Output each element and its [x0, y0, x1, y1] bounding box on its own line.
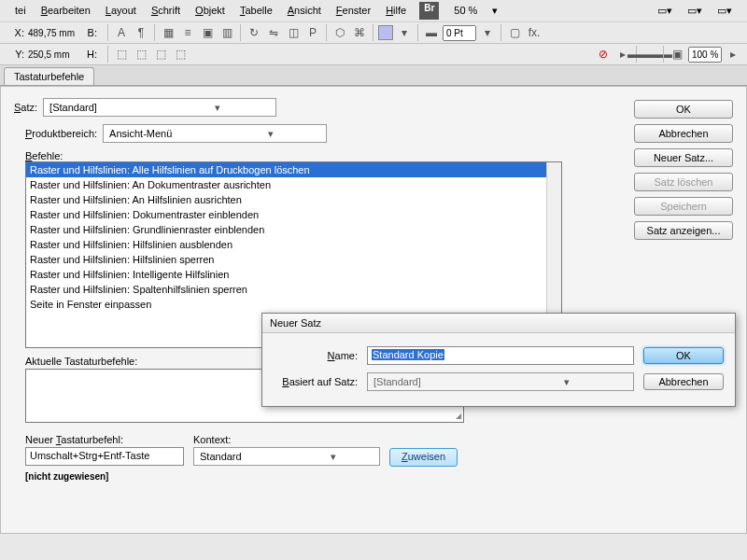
modal-cancel-button[interactable]: Abbrechen — [643, 373, 724, 390]
fill-swatch[interactable] — [378, 25, 393, 40]
flip-icon[interactable]: ⇋ — [265, 24, 282, 41]
y-value[interactable]: 250,5 mm — [28, 49, 80, 60]
list-item[interactable]: Raster und Hilfslinien: Dokumentraster e… — [26, 207, 561, 222]
zoom-level[interactable]: 50 % — [446, 2, 485, 20]
workspace-icon[interactable]: ▭▾ — [710, 2, 740, 20]
menu-bar: tei Bearbeiten Layout Schrift Objekt Tab… — [0, 0, 747, 22]
list-item[interactable]: Raster und Hilfslinien: An Dokumentraste… — [26, 177, 561, 192]
menu-object[interactable]: Objekt — [188, 2, 233, 20]
based-on-value: [Standard] — [368, 374, 500, 389]
align-icon[interactable]: ≡ — [179, 24, 196, 41]
chevron-down-icon: ▾ — [215, 126, 326, 142]
bridge-icon[interactable]: Br — [419, 2, 439, 20]
modal-title: Neuer Satz — [262, 314, 735, 333]
menu-view[interactable]: Ansicht — [280, 2, 329, 20]
set-label: Satz: — [14, 102, 37, 113]
stroke-pt-input[interactable] — [443, 25, 476, 41]
new-set-button[interactable]: Neuer Satz... — [634, 148, 733, 167]
toolbar-row-2: Y: 250,5 mm H: ⬚ ⬚ ⬚ ⬚ ⊘ ▸ ▬▬▬▬ ▣ ▸ — [0, 44, 747, 65]
keyboard-shortcuts-dialog: OK Abbrechen Neuer Satz... Satz löschen … — [0, 86, 747, 534]
menu-font[interactable]: Schrift — [144, 2, 188, 20]
grid-icon[interactable]: ▦ — [160, 24, 176, 41]
chevron-down-icon[interactable]: ▾ — [485, 2, 505, 20]
name-label: Name: — [274, 350, 358, 361]
area-combo-value: Ansicht-Menü — [104, 126, 215, 141]
menu-table[interactable]: Tabelle — [233, 2, 280, 20]
x-label: X: — [11, 27, 24, 38]
p-icon[interactable]: P — [304, 24, 321, 41]
list-item[interactable]: Raster und Hilfslinien: Spaltenhilfslini… — [26, 282, 561, 297]
icon[interactable]: ⬚ — [152, 46, 169, 63]
link-icon[interactable]: ⌘ — [351, 24, 368, 41]
icon[interactable]: ⬚ — [113, 46, 130, 63]
area-label: Produktbereich: — [25, 128, 97, 139]
list-item[interactable]: Seite in Fenster einpassen — [26, 297, 561, 312]
char-icon[interactable]: A — [113, 24, 130, 41]
context-label: Kontext: — [193, 434, 380, 445]
list-item[interactable]: Raster und Hilfslinien: An Hilfslinien a… — [26, 192, 561, 207]
toolbar: X: 489,75 mm B: A ¶ ▦ ≡ ▣ ▥ ↻ ⇋ ◫ P ⬡ ⌘ … — [0, 22, 747, 44]
menu-window[interactable]: Fenster — [329, 2, 378, 20]
new-set-modal: Neuer Satz Name: Standard Kopie OK Basie… — [261, 313, 736, 407]
chevron-down-icon[interactable]: ▾ — [479, 24, 496, 41]
menu-edit[interactable]: Bearbeiten — [34, 2, 98, 20]
chevron-down-icon: ▾ — [500, 374, 633, 390]
context-combo[interactable]: Standard ▾ — [193, 447, 380, 466]
name-input[interactable]: Standard Kopie — [367, 346, 634, 365]
rotate-icon[interactable]: ↻ — [246, 24, 262, 41]
list-item[interactable]: Raster und Hilfslinien: Hilfslinien ausb… — [26, 237, 561, 252]
menu-layout[interactable]: Layout — [98, 2, 144, 20]
stroke-style[interactable]: ▬▬▬▬ — [641, 46, 658, 63]
fx-icon[interactable]: fx. — [526, 24, 543, 41]
save-button: Speichern — [634, 197, 733, 216]
unassigned-status: [nicht zugewiesen] — [25, 471, 184, 482]
menu-help[interactable]: Hilfe — [378, 2, 414, 20]
h-label: H: — [84, 49, 97, 60]
delete-set-button: Satz löschen — [634, 173, 733, 191]
cancel-button[interactable]: Abbrechen — [634, 124, 733, 143]
commands-label: Befehle: — [25, 150, 63, 161]
opacity-input[interactable] — [688, 47, 722, 63]
chevron-down-icon: ▾ — [160, 100, 275, 116]
modal-ok-button[interactable]: OK — [643, 347, 724, 364]
hierarchy-icon[interactable]: ⬡ — [331, 24, 348, 41]
opacity-icon[interactable]: ▣ — [669, 46, 685, 63]
list-item[interactable]: Raster und Hilfslinien: Alle Hilfslinien… — [26, 162, 561, 177]
new-shortcut-input[interactable]: Umschalt+Strg+Entf-Taste — [25, 447, 184, 466]
chevron-down-icon: ▾ — [287, 449, 379, 465]
y-label: Y: — [11, 49, 24, 60]
icon[interactable]: ⬚ — [133, 46, 149, 63]
x-value[interactable]: 489,75 mm — [28, 28, 80, 38]
based-on-combo[interactable]: [Standard] ▾ — [367, 372, 634, 391]
list-item[interactable]: Raster und Hilfslinien: Hilfslinien sper… — [26, 252, 561, 267]
no-stroke-icon[interactable]: ⊘ — [595, 46, 612, 63]
tab-shortcuts[interactable]: Tastaturbefehle — [4, 67, 94, 85]
new-shortcut-label: Neuer Tastaturbefehl: — [25, 434, 184, 445]
effects-icon[interactable]: ▢ — [506, 24, 523, 41]
chevron-down-icon[interactable]: ▾ — [396, 24, 413, 41]
resize-grip-icon[interactable]: ◢ — [456, 412, 461, 420]
set-combo[interactable]: [Standard] ▾ — [43, 98, 276, 117]
set-combo-value: [Standard] — [44, 100, 160, 115]
list-item[interactable]: Raster und Hilfslinien: Grundlinienraste… — [26, 222, 561, 237]
wrap-icon[interactable]: ▣ — [199, 24, 216, 41]
assign-button[interactable]: Zuweisen — [389, 448, 458, 467]
ok-button[interactable]: OK — [634, 100, 733, 119]
show-set-button[interactable]: Satz anzeigen... — [634, 221, 733, 240]
b-label: B: — [84, 27, 97, 38]
tab-strip: Tastaturbefehle — [0, 65, 747, 86]
context-value: Standard — [194, 449, 287, 464]
based-on-label: Basiert auf Satz: — [274, 376, 358, 387]
menu-file[interactable]: tei — [7, 2, 34, 20]
stroke-icon[interactable]: ▬ — [423, 24, 440, 41]
para-icon[interactable]: ¶ — [133, 24, 149, 41]
list-item[interactable]: Raster und Hilfslinien: Intelligente Hil… — [26, 267, 561, 282]
arrange-icon[interactable]: ▭▾ — [680, 2, 710, 20]
screen-mode-icon[interactable]: ▭▾ — [650, 2, 680, 20]
area-combo[interactable]: Ansicht-Menü ▾ — [103, 124, 327, 143]
crop-icon[interactable]: ◫ — [285, 24, 302, 41]
columns-icon[interactable]: ▥ — [218, 24, 235, 41]
chevron-right-icon[interactable]: ▸ — [725, 46, 741, 63]
icon[interactable]: ⬚ — [172, 46, 189, 63]
current-shortcut-label: Aktuelle Tastaturbefehle: — [25, 356, 137, 367]
